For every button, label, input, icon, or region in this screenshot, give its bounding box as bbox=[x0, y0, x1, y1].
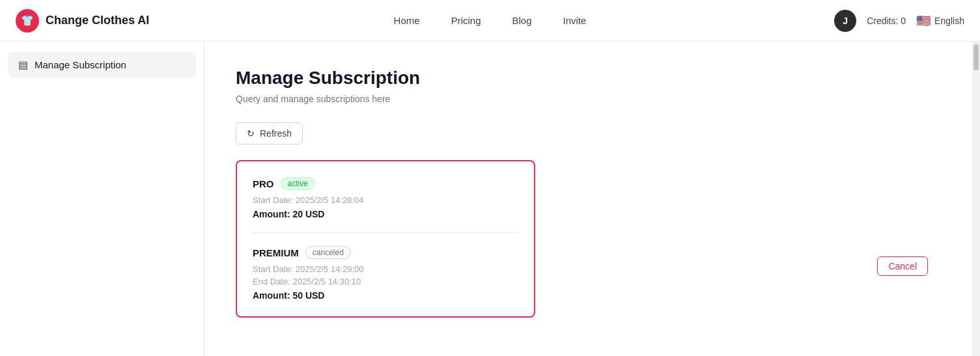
layout: ▤ Manage Subscription Manage Subscriptio… bbox=[0, 42, 980, 356]
credits-label: Credits: 0 bbox=[867, 16, 906, 26]
header-right: J Credits: 0 🇺🇸 English bbox=[834, 10, 964, 32]
refresh-button[interactable]: ↻ Refresh bbox=[236, 122, 303, 144]
logo[interactable]: 👕 Change Clothes AI bbox=[16, 9, 149, 33]
sidebar-item-label: Manage Subscription bbox=[35, 59, 126, 70]
flag-icon: 🇺🇸 bbox=[916, 14, 931, 28]
subscription-icon: ▤ bbox=[18, 59, 28, 71]
end-date-premium: End Date: 2025/2/5 14:30:10 bbox=[253, 277, 518, 286]
plan-name-pro: PRO bbox=[253, 178, 274, 189]
cancel-button[interactable]: Cancel bbox=[877, 256, 928, 276]
plan-name-premium: PREMIUM bbox=[253, 247, 299, 258]
avatar[interactable]: J bbox=[834, 10, 856, 32]
main-nav: Home Pricing Blog Invite bbox=[394, 15, 587, 26]
subscription-header-pro: PRO active bbox=[253, 177, 518, 190]
refresh-label: Refresh bbox=[260, 128, 292, 139]
amount-premium: Amount: 50 USD bbox=[253, 290, 518, 301]
nav-blog[interactable]: Blog bbox=[512, 15, 531, 26]
status-badge-premium: canceled bbox=[305, 246, 351, 259]
page-title: Manage Subscription bbox=[236, 68, 949, 89]
page-subtitle: Query and manage subscriptions here bbox=[236, 94, 949, 104]
cancel-button-area: Cancel bbox=[877, 256, 928, 276]
start-date-pro: Start Date: 2025/2/5 14:28:04 bbox=[253, 195, 518, 205]
logo-text: Change Clothes AI bbox=[46, 14, 149, 27]
nav-pricing[interactable]: Pricing bbox=[451, 15, 481, 26]
nav-invite[interactable]: Invite bbox=[563, 15, 587, 26]
scrollbar-thumb bbox=[973, 44, 979, 70]
header: 👕 Change Clothes AI Home Pricing Blog In… bbox=[0, 0, 980, 42]
nav-home[interactable]: Home bbox=[394, 15, 420, 26]
start-date-premium: Start Date: 2025/2/5 14:29:00 bbox=[253, 264, 518, 274]
subscription-header-premium: PREMIUM canceled bbox=[253, 246, 518, 259]
subscription-item-premium: PREMIUM canceled Start Date: 2025/2/5 14… bbox=[253, 246, 518, 301]
scrollbar[interactable] bbox=[972, 42, 980, 356]
status-badge-pro: active bbox=[281, 177, 315, 190]
sidebar-item-manage-subscription[interactable]: ▤ Manage Subscription bbox=[8, 52, 196, 77]
logo-icon: 👕 bbox=[16, 9, 39, 33]
language-selector[interactable]: 🇺🇸 English bbox=[916, 14, 964, 28]
amount-pro: Amount: 20 USD bbox=[253, 209, 518, 219]
language-label: English bbox=[934, 16, 964, 26]
refresh-icon: ↻ bbox=[247, 128, 255, 139]
subscription-card: PRO active Start Date: 2025/2/5 14:28:04… bbox=[236, 160, 535, 318]
main-content: Manage Subscription Query and manage sub… bbox=[204, 42, 980, 356]
subscription-item-pro: PRO active Start Date: 2025/2/5 14:28:04… bbox=[253, 177, 518, 233]
sidebar: ▤ Manage Subscription bbox=[0, 42, 204, 356]
